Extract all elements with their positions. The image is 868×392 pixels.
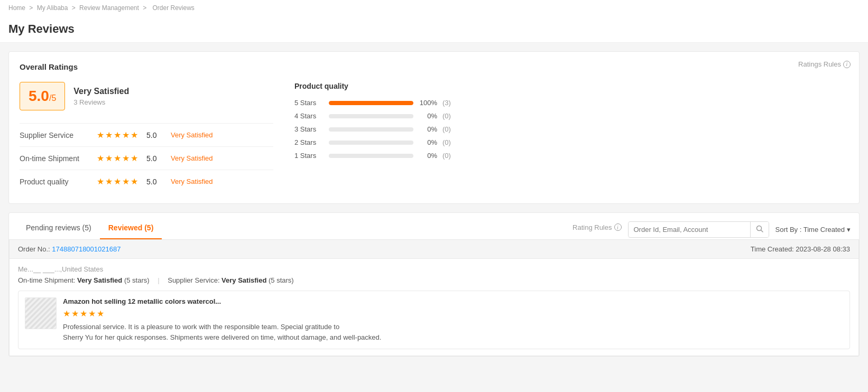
review-body: Me...__ ___...,United States On-time Shi… <box>10 259 858 356</box>
star-3: ★ <box>114 153 121 163</box>
star-4: ★ <box>122 130 130 140</box>
chart-count-4: (0) <box>442 112 451 120</box>
chart-bar-bg-2 <box>329 141 413 145</box>
score-badge: 5.0/5 <box>20 82 65 110</box>
rating-rules-link-bottom[interactable]: Rating Rules i <box>572 223 621 231</box>
chart-bar-bg-5 <box>329 101 413 105</box>
chart-label-3: 3 Stars <box>294 125 324 133</box>
chart-row-1: 1 Stars 0% (0) <box>294 152 848 160</box>
on-time-stars: (5 stars) <box>124 276 150 284</box>
breadcrumb-sep-3: > <box>143 4 148 12</box>
pstar-5: ★ <box>97 309 104 319</box>
sort-by[interactable]: Sort By : Time Created ▾ <box>775 226 851 234</box>
star-1: ★ <box>97 176 104 186</box>
filter-section: Pending reviews (5) Reviewed (5) Rating … <box>8 212 860 239</box>
pstar-2: ★ <box>71 309 79 319</box>
chart-count-3: (0) <box>442 125 451 133</box>
breadcrumb-myalibaba[interactable]: My Alibaba <box>37 4 68 12</box>
stars-product: ★ ★ ★ ★ ★ <box>97 176 138 186</box>
supplier-service-stars: (5 stars) <box>269 276 294 284</box>
chart-bar-fill-5 <box>329 101 413 105</box>
product-thumb-img <box>25 298 56 329</box>
product-info: Amazon hot selling 12 metallic colors wa… <box>63 297 843 342</box>
ratings-rules-icon: i <box>843 61 851 68</box>
chart-row-3: 3 Stars 0% (0) <box>294 125 848 133</box>
rating-rules-right: Rating Rules i <box>572 223 621 236</box>
breadcrumb-current: Order Reviews <box>153 4 195 12</box>
pstar-3: ★ <box>80 309 87 319</box>
star-4: ★ <box>122 153 130 163</box>
review-ratings: On-time Shipment: Very Satisfied (5 star… <box>18 276 850 284</box>
chart-bar-bg-4 <box>329 114 413 118</box>
chart-label-2: 2 Stars <box>294 138 324 146</box>
chart-count-2: (0) <box>442 138 451 146</box>
score-number: 5.0 <box>29 88 49 104</box>
search-box <box>628 221 769 238</box>
rating-score-product: 5.0 <box>146 178 162 186</box>
chart-label-4: 4 Stars <box>294 112 324 120</box>
supplier-service-value: Very Satisfied <box>221 276 266 284</box>
chart-percent-3: 0% <box>419 125 437 133</box>
product-name: Amazon hot selling 12 metallic colors wa… <box>63 297 843 305</box>
rating-rules-label: Rating Rules <box>572 223 612 231</box>
tabs: Pending reviews (5) Reviewed (5) <box>17 219 162 239</box>
tab-reviewed[interactable]: Reviewed (5) <box>100 219 162 239</box>
time-value: 2023-08-28 08:33 <box>796 245 850 253</box>
reviews-container: Order No.: 174880718001021687 Time Creat… <box>8 239 860 357</box>
star-1: ★ <box>97 153 104 163</box>
rating-row-supplier-service: Supplier Service ★ ★ ★ ★ ★ 5.0 Very Sati… <box>20 124 273 147</box>
chart-row-5: 5 Stars 100% (3) <box>294 99 848 107</box>
rating-row-label-supplier: Supplier Service <box>20 131 88 139</box>
chart-count-1: (0) <box>442 152 451 160</box>
order-no: Order No.: 174880718001021687 <box>18 245 121 253</box>
stars-ontime: ★ ★ ★ ★ ★ <box>97 153 138 163</box>
product-review: Amazon hot selling 12 metallic colors wa… <box>18 291 850 349</box>
chart-bar-bg-1 <box>329 154 413 158</box>
rating-text-supplier: Very Satisfied <box>171 131 213 139</box>
product-review-text: Professional service. It is a pleasure t… <box>63 322 843 342</box>
breadcrumb-sep-1: > <box>29 4 34 12</box>
review-card: Order No.: 174880718001021687 Time Creat… <box>9 239 859 356</box>
score-box: 5.0/5 Very Satisfied 3 Reviews <box>20 82 273 110</box>
search-icon <box>756 225 763 232</box>
score-label: Very Satisfied <box>73 87 129 96</box>
order-no-link[interactable]: 174880718001021687 <box>52 245 121 253</box>
rating-row-product-quality: Product quality ★ ★ ★ ★ ★ 5.0 Very Satis… <box>20 170 273 193</box>
pstar-1: ★ <box>63 309 70 319</box>
score-denom: /5 <box>49 94 56 102</box>
star-5: ★ <box>131 153 138 163</box>
rating-rows: Supplier Service ★ ★ ★ ★ ★ 5.0 Very Sati… <box>20 123 273 193</box>
chart-bar-bg-3 <box>329 127 413 132</box>
chart-count-5: (3) <box>442 99 451 107</box>
product-quality-chart: Product quality 5 Stars 100% (3) 4 Stars <box>294 82 848 193</box>
breadcrumb-review-management[interactable]: Review Management <box>79 4 139 12</box>
review-header: Order No.: 174880718001021687 Time Creat… <box>10 240 858 259</box>
overall-ratings-title: Overall Ratings <box>20 62 848 71</box>
star-2: ★ <box>105 176 113 186</box>
chart-label-5: 5 Stars <box>294 99 324 107</box>
rating-score-ontime: 5.0 <box>146 154 162 163</box>
breadcrumb-home[interactable]: Home <box>8 4 25 12</box>
chart-title: Product quality <box>294 82 848 90</box>
tab-pending[interactable]: Pending reviews (5) <box>17 219 100 239</box>
overall-ratings-card: Ratings Rules i Overall Ratings 5.0/5 Ve… <box>8 51 860 204</box>
sort-by-label: Sort By : Time Created <box>775 226 845 234</box>
filter-right: Rating Rules i Sort By : Time Created ▾ <box>572 221 851 238</box>
star-5: ★ <box>131 130 138 140</box>
star-1: ★ <box>97 130 104 140</box>
breadcrumb: Home > My Alibaba > Review Management > … <box>0 0 868 16</box>
chart-rows: 5 Stars 100% (3) 4 Stars 0% (0) <box>294 99 848 160</box>
ratings-rules-link[interactable]: Ratings Rules i <box>798 60 851 68</box>
search-input[interactable] <box>629 222 750 237</box>
star-4: ★ <box>122 176 130 186</box>
rating-text-product: Very Satisfied <box>171 178 213 185</box>
chart-row-4: 4 Stars 0% (0) <box>294 112 848 120</box>
star-3: ★ <box>114 176 121 186</box>
chart-percent-1: 0% <box>419 152 437 160</box>
search-button[interactable] <box>750 222 769 237</box>
time-created: Time Created: 2023-08-28 08:33 <box>751 245 850 253</box>
stars-supplier: ★ ★ ★ ★ ★ <box>97 130 138 140</box>
chart-label-1: 1 Stars <box>294 152 324 160</box>
chart-percent-5: 100% <box>419 99 437 107</box>
chart-percent-2: 0% <box>419 138 437 146</box>
